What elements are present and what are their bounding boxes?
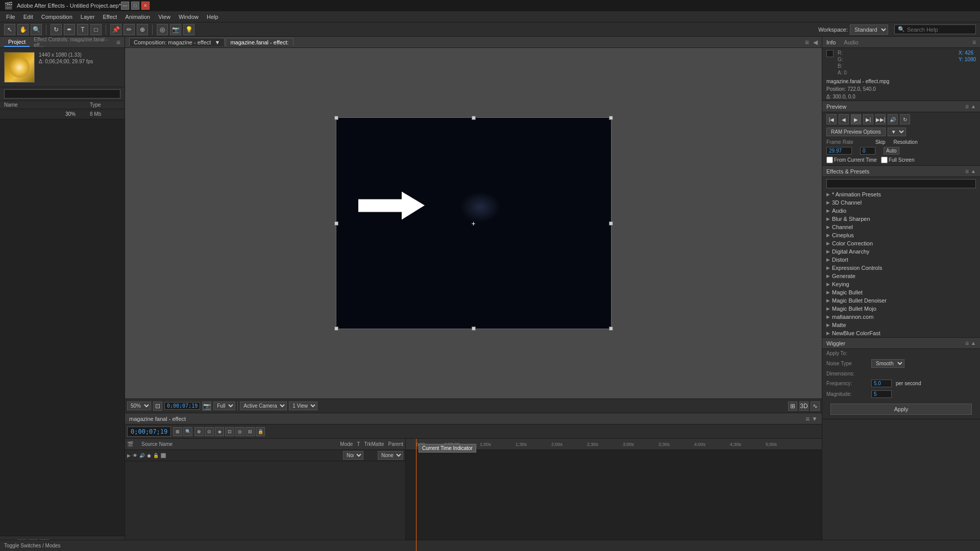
workspace-select[interactable]: Standard [850,24,888,35]
prev-frame-btn[interactable]: ◀ [839,114,849,124]
wiggler-panel-header[interactable]: Wiggler ≡ ▲ [822,338,980,349]
zoom-select[interactable]: 50% [127,402,151,410]
effect-cat-color[interactable]: ▶ Color Correction [822,239,980,247]
comp-panel-menu[interactable]: ≡ [805,38,809,46]
minimize-button[interactable]: — [121,2,129,10]
maximize-button[interactable]: □ [131,2,139,10]
preview-panel-header[interactable]: Preview ≡ ▲ [822,101,980,112]
full-screen-checkbox[interactable] [881,157,888,163]
wiggler-panel-menu[interactable]: ≡ [965,340,969,347]
next-frame-btn[interactable]: ▶| [863,114,873,124]
roto-tool[interactable]: ◎ [157,24,168,35]
shape-tool[interactable]: □ [90,24,102,35]
track-solo[interactable]: ◉ [147,453,151,458]
track-mode[interactable]: Nor. [343,451,363,460]
skip-input[interactable] [860,147,875,155]
from-current-checkbox[interactable] [826,157,833,163]
effect-cat-3d[interactable]: ▶ 3D Channel [822,198,980,207]
effect-cat-expression[interactable]: ▶ Expression Controls [822,264,980,272]
first-frame-btn[interactable]: |◀ [826,114,837,124]
effect-cat-denoiser[interactable]: ▶ Magic Bullet Denoiser [822,296,980,305]
effects-collapse[interactable]: ▲ [971,168,976,174]
text-tool[interactable]: T [77,24,88,35]
handle-bc[interactable] [472,327,476,331]
handle-mr[interactable] [609,221,613,226]
effect-cat-mojo[interactable]: ▶ Magic Bullet Mojo [822,305,980,313]
effect-cat-channel[interactable]: ▶ Channel [822,223,980,231]
effect-cat-matte[interactable]: ▶ Matte [822,321,980,329]
info-panel-header[interactable]: Info Audio ≡ [822,37,980,48]
effect-cat-keying[interactable]: ▶ Keying [822,280,980,288]
timeline-tool-7[interactable]: 🔒 [256,427,265,436]
effect-controls-tab[interactable]: Effect Controls: magazine.fanal - eff... [34,37,112,48]
menu-edit[interactable]: Edit [19,13,37,21]
menu-effect[interactable]: Effect [99,13,121,21]
track-audio[interactable]: 🔊 [139,453,145,458]
comp-tab-2[interactable]: magazine.fanal - effect: [226,38,293,46]
ram-preview-select[interactable]: ▼ [888,128,906,136]
frame-rate-input[interactable] [826,147,852,155]
timeline-indicator[interactable]: Current Time Indicator [416,439,416,551]
close-button[interactable]: ✕ [141,2,150,10]
effect-cat-generate[interactable]: ▶ Generate [822,272,980,280]
hand-tool[interactable]: ✋ [17,24,29,35]
search-help-input[interactable] [907,27,968,33]
menu-animation[interactable]: Animation [121,13,154,21]
puppet-tool[interactable]: 📌 [110,24,121,35]
audio-tab[interactable]: Audio [844,39,858,45]
loop-btn[interactable]: ↻ [900,114,910,124]
effect-cat-distort[interactable]: ▶ Distort [822,256,980,264]
view-select[interactable]: 1 View [289,402,317,410]
camera-select[interactable]: Active Camera [240,402,287,410]
zoom-tool[interactable]: 🔍 [31,24,42,35]
grid-btn[interactable]: ⊞ [788,402,797,411]
menu-layer[interactable]: Layer [77,13,99,21]
3d-btn[interactable]: 3D [799,402,808,411]
snap-btn[interactable]: 📷 [202,402,211,411]
track-parent[interactable]: None [378,451,403,460]
handle-tc[interactable] [472,116,476,120]
panel-menu-icon[interactable]: ≡ [116,38,120,46]
preview-panel-menu[interactable]: ≡ [965,103,969,110]
fit-btn[interactable]: ⊡ [153,402,162,411]
brush-tool[interactable]: ✏ [124,24,135,35]
timeline-tool-5[interactable]: ◎ [235,427,244,436]
timeline-tool-2[interactable]: ⊙ [205,427,214,436]
track-visibility[interactable]: 👁 [133,453,137,458]
selection-tool[interactable]: ↖ [4,24,15,35]
motion-btn[interactable]: ∿ [811,402,820,411]
effect-cat-animation[interactable]: ▶ * Animation Presets [822,190,980,198]
project-tab[interactable]: Project [4,38,30,47]
track-expand[interactable]: ▶ [127,453,131,458]
timeline-tool-3[interactable]: ◈ [215,427,224,436]
menu-view[interactable]: View [154,13,175,21]
menu-file[interactable]: File [2,13,19,21]
timeline-tool-4[interactable]: ⊡ [225,427,234,436]
effect-cat-maltaannon[interactable]: ▶ maltaannon.com [822,313,980,321]
timeline-menu[interactable]: ≡ [805,415,810,423]
wiggler-noise-select[interactable]: Smooth [871,359,904,368]
info-panel-menu[interactable]: ≡ [972,39,976,46]
menu-window[interactable]: Window [175,13,203,21]
effect-cat-digital[interactable]: ▶ Digital Anarchy [822,247,980,256]
play-btn[interactable]: ▶ [851,114,861,124]
project-item[interactable]: 30% 8 Mb [0,109,125,119]
pen-tool[interactable]: ✒ [64,24,75,35]
menu-help[interactable]: Help [203,13,223,21]
search-timeline-btn[interactable]: 🔍 [183,427,192,436]
resolution-select[interactable]: Full [213,402,235,410]
audio-btn[interactable]: 🔊 [888,114,898,124]
camera-tool[interactable]: 📷 [170,24,181,35]
preview-collapse[interactable]: ▲ [971,104,976,109]
wiggler-apply-btn[interactable]: Apply [830,404,972,415]
handle-bl[interactable] [334,327,338,331]
effect-cat-newblue[interactable]: ▶ NewBlue ColorFast [822,329,980,337]
track-lock[interactable]: 🔓 [153,453,159,458]
project-search-input[interactable] [4,89,120,98]
effect-cat-cineplus[interactable]: ▶ Cineplus [822,231,980,239]
effect-cat-audio[interactable]: ▶ Audio [822,207,980,215]
effect-cat-magic[interactable]: ▶ Magic Bullet [822,288,980,296]
ram-preview-btn[interactable]: RAM Preview Options [826,128,886,136]
comp-tab-1[interactable]: Composition: magazine - effect ▼ [129,38,225,46]
effect-cat-blur[interactable]: ▶ Blur & Sharpen [822,215,980,223]
